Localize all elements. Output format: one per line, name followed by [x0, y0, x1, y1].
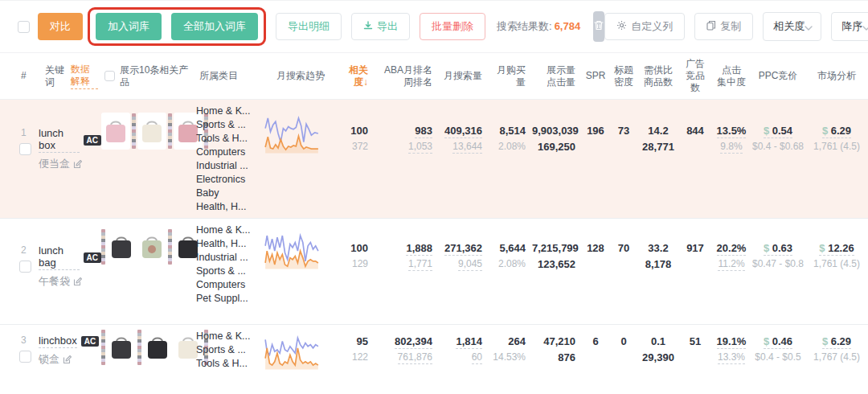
ac-badge: AC: [84, 252, 101, 263]
product-thumbnail[interactable]: [107, 228, 136, 265]
edit-icon[interactable]: [73, 159, 83, 169]
sort-field-select[interactable]: 相关度: [763, 12, 821, 41]
table-header: # 关键词 数据解释 展示10条相关产品 所属类目 月搜索趋势 相关度↓ ABA…: [0, 52, 868, 100]
col-search-volume[interactable]: 月搜索量: [439, 65, 489, 87]
row-index: 3: [19, 334, 27, 346]
copy-icon: [706, 20, 716, 33]
keyword-link[interactable]: lunch bag: [39, 244, 80, 270]
customize-columns-button[interactable]: 自定义列: [604, 13, 685, 40]
ppc-cell: $ 0.63$0.47 - $0.8: [751, 219, 805, 324]
table-row: 1 lunch box AC 便当盒 Home & K...Sports & .…: [0, 100, 868, 219]
col-trend: 月搜索趋势: [264, 65, 338, 87]
bag-icon: [103, 116, 129, 146]
product-thumbnail[interactable]: [143, 329, 172, 366]
col-supply-demand[interactable]: 需供比商品数: [638, 60, 678, 93]
edit-icon[interactable]: [63, 355, 72, 364]
col-impressions[interactable]: 展示量点击量: [532, 60, 582, 93]
col-show-related: 展示10条相关产品: [120, 64, 193, 88]
purchase-volume-cell: 5,6442.08%: [489, 219, 532, 324]
impressions-cell: 47,210876: [532, 325, 582, 394]
export-label: 导出: [377, 19, 398, 34]
trend-sparkline: [264, 100, 338, 218]
customize-columns-label: 自定义列: [631, 19, 673, 34]
col-aba-rank[interactable]: ABA月排名周排名: [375, 60, 439, 93]
table-row: 2 lunch bag AC 午餐袋 Home & K...Health, H.…: [0, 219, 868, 325]
aba-rank-cell: 1,8881,771: [375, 219, 439, 324]
col-category: 所属类目: [196, 65, 264, 87]
product-thumbnail[interactable]: [137, 113, 166, 150]
ad-competitors-cell: 917: [678, 219, 712, 324]
search-volume-cell: 271,3629,045: [439, 219, 489, 324]
ac-badge: AC: [84, 135, 101, 146]
trash-button-disabled[interactable]: [593, 11, 604, 42]
category-list: Home & K...Health, H... Industrial ...Sp…: [196, 219, 264, 324]
category-list: Home & K...Sports & ... Tools & H...Comp…: [196, 100, 264, 218]
sort-field-value: 相关度: [773, 19, 805, 34]
title-density-cell: 0: [609, 325, 638, 394]
color-swatches: [132, 113, 136, 149]
col-title-density[interactable]: 标题密度: [609, 60, 638, 93]
col-market[interactable]: 市场分析: [805, 65, 868, 87]
row-checkbox[interactable]: [19, 351, 31, 363]
click-concentration-cell: 20.2%11.2%: [712, 219, 751, 324]
color-swatches: [168, 113, 172, 149]
title-density-cell: 73: [609, 100, 638, 218]
sort-order-select[interactable]: 降序: [831, 12, 868, 41]
supply-demand-cell: 14.228,771: [638, 100, 678, 218]
row-checkbox[interactable]: [19, 261, 31, 273]
keyword-link[interactable]: linchbox: [39, 334, 77, 348]
spr-cell: 6: [582, 325, 609, 394]
color-swatches: [101, 229, 105, 265]
col-ppc[interactable]: PPC竞价: [751, 65, 805, 87]
keyword-translation: 午餐袋: [39, 274, 70, 289]
category-list: Home & K...Sports & ... Tools & H...: [196, 325, 264, 394]
click-concentration-cell: 19.1%13.3%: [712, 325, 751, 394]
add-all-to-lexicon-button[interactable]: 全部加入词库: [171, 13, 258, 40]
col-spr[interactable]: SPR: [582, 65, 609, 87]
table-row: 3 linchbox AC 锁盒 Home & K...Sports & ...…: [0, 325, 868, 394]
data-explain-link[interactable]: 数据解释: [71, 64, 98, 89]
edit-icon[interactable]: [73, 277, 83, 286]
download-icon: [363, 21, 373, 33]
aba-rank-cell: 802,394761,876: [375, 325, 439, 394]
color-swatches: [101, 330, 105, 365]
click-concentration-cell: 13.5%9.8%: [712, 100, 751, 218]
col-purchase-volume[interactable]: 月购买量: [489, 60, 532, 93]
title-density-cell: 70: [609, 219, 638, 324]
row-index: 1: [19, 127, 27, 138]
ac-badge: AC: [81, 336, 99, 347]
supply-demand-cell: 33.28,178: [638, 219, 678, 324]
copy-button[interactable]: 复制: [694, 13, 753, 40]
relevance-cell: 100372: [338, 100, 375, 218]
sort-desc-icon: ↓: [363, 76, 368, 88]
col-click-concentration[interactable]: 点击集中度: [712, 60, 751, 93]
add-to-lexicon-button[interactable]: 加入词库: [96, 13, 162, 40]
keyword-research-page: 对比 加入词库 全部加入词库 导出明细 导出 批量删除 搜索结果数:6,784: [0, 0, 868, 394]
show-related-checkbox[interactable]: [104, 71, 115, 81]
annotated-button-group: 加入词库 全部加入词库: [94, 13, 260, 40]
relevance-cell: 100129: [338, 219, 375, 324]
col-ad-competitors[interactable]: 广告竞品数: [678, 53, 712, 99]
spr-cell: 128: [582, 219, 609, 324]
result-count-value: 6,784: [555, 20, 581, 32]
sort-order-value: 降序: [841, 19, 862, 34]
select-all-checkbox[interactable]: [18, 21, 30, 33]
col-relevance-sorted[interactable]: 相关度↓: [338, 60, 375, 93]
gear-icon: [616, 20, 627, 33]
toolbar: 对比 加入词库 全部加入词库 导出明细 导出 批量删除 搜索结果数:6,784: [0, 1, 868, 52]
batch-delete-button[interactable]: 批量删除: [420, 13, 485, 40]
supply-demand-cell: 0.129,390: [638, 325, 678, 394]
compare-button[interactable]: 对比: [38, 13, 83, 40]
keyword-link[interactable]: lunch box: [39, 127, 80, 153]
product-thumbnail[interactable]: [137, 228, 166, 265]
search-volume-cell: 409,31613,644: [439, 100, 489, 218]
row-checkbox[interactable]: [19, 143, 31, 155]
product-thumbnail[interactable]: [107, 329, 136, 366]
ad-competitors-cell: 51: [678, 325, 712, 394]
purchase-volume-cell: 8,5142.08%: [489, 100, 532, 218]
export-button[interactable]: 导出: [351, 13, 410, 40]
export-detail-button[interactable]: 导出明细: [276, 13, 342, 40]
product-thumbnail[interactable]: [101, 113, 130, 150]
impressions-cell: 9,903,039169,250: [532, 100, 582, 218]
market-cell: $ 12.261,761 (4.5): [805, 219, 868, 324]
